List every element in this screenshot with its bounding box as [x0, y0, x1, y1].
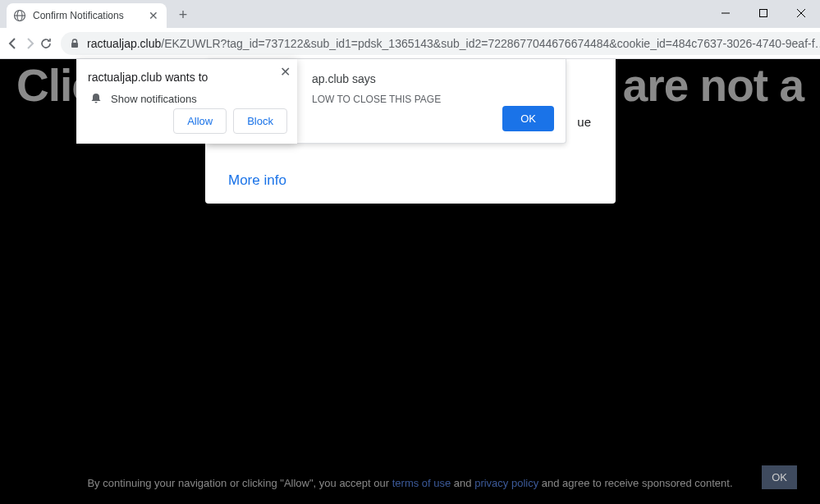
- alert-message: LOW TO CLOSE THIS PAGE: [312, 94, 552, 105]
- maximize-button[interactable]: [744, 0, 782, 26]
- browser-toolbar: ractualjap.club/EKZUWLR?tag_id=737122&su…: [0, 28, 820, 59]
- window-titlebar: Confirm Notifications ✕ +: [0, 0, 820, 28]
- back-button[interactable]: [7, 32, 20, 55]
- footer-ok-button[interactable]: OK: [762, 465, 797, 489]
- window-close-button[interactable]: [782, 0, 820, 26]
- notification-permission-popup: ✕ ractualjap.club wants to Show notifica…: [76, 59, 297, 144]
- svg-rect-4: [760, 10, 767, 17]
- close-icon[interactable]: ✕: [280, 64, 291, 80]
- browser-tab[interactable]: Confirm Notifications ✕: [7, 3, 167, 28]
- alert-title: ap.club says: [312, 72, 552, 85]
- new-tab-button[interactable]: +: [172, 3, 195, 26]
- alert-ok-button[interactable]: OK: [502, 106, 554, 131]
- url-text: ractualjap.club/EKZUWLR?tag_id=737122&su…: [87, 37, 820, 50]
- reload-button[interactable]: [39, 32, 53, 55]
- block-button[interactable]: Block: [233, 108, 287, 134]
- svg-rect-7: [71, 43, 78, 48]
- bell-icon: [89, 92, 103, 105]
- privacy-link[interactable]: privacy policy: [474, 477, 538, 489]
- address-bar[interactable]: ractualjap.club/EKZUWLR?tag_id=737122&su…: [61, 32, 820, 55]
- notification-title: ractualjap.club wants to: [88, 71, 286, 84]
- lock-icon: [69, 38, 80, 49]
- allow-button[interactable]: Allow: [173, 108, 227, 134]
- page-content: Clic u are not a ue More info ap.club sa…: [0, 59, 820, 504]
- tab-title: Confirm Notifications: [33, 10, 140, 21]
- cookie-footer: By continuing your navigation or clickin…: [0, 475, 820, 492]
- continue-text-fragment: ue: [577, 115, 591, 129]
- notification-text: Show notifications: [111, 93, 197, 105]
- terms-link[interactable]: terms of use: [392, 477, 451, 489]
- window-controls: [707, 0, 820, 28]
- minimize-button[interactable]: [707, 0, 744, 26]
- forward-button[interactable]: [23, 32, 36, 55]
- more-info-link[interactable]: More info: [228, 172, 286, 189]
- globe-icon: [13, 9, 26, 22]
- tab-close-icon[interactable]: ✕: [147, 9, 160, 22]
